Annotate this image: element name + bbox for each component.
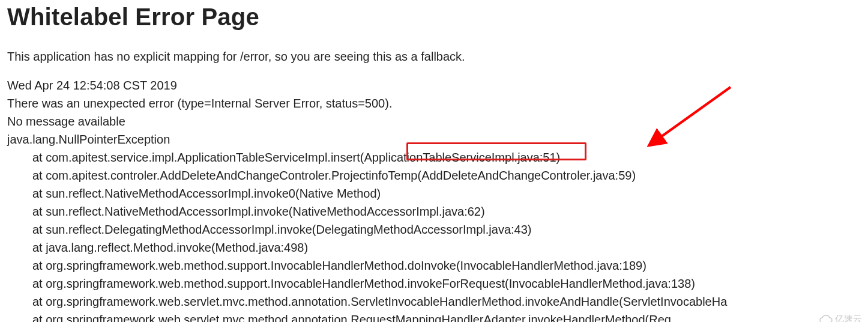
- stack-line: at org.springframework.web.method.suppor…: [7, 257, 861, 275]
- stack-line: at com.apitest.controler.AddDeleteAndCha…: [7, 166, 861, 184]
- timestamp: Wed Apr 24 12:54:08 CST 2019: [7, 76, 861, 94]
- stack-line: at sun.reflect.NativeMethodAccessorImpl.…: [7, 184, 861, 202]
- stack-line: at org.springframework.web.servlet.mvc.m…: [7, 311, 861, 322]
- no-message: No message available: [7, 112, 861, 130]
- stack-line: at java.lang.reflect.Method.invoke(Metho…: [7, 238, 861, 257]
- stack-line: at org.springframework.web.servlet.mvc.m…: [7, 293, 861, 311]
- stack-line: at sun.reflect.NativeMethodAccessorImpl.…: [7, 202, 861, 220]
- exception-class: java.lang.NullPointerException: [7, 130, 861, 148]
- error-summary: There was an unexpected error (type=Inte…: [7, 94, 861, 112]
- stack-trace: at com.apitest.service.impl.ApplicationT…: [7, 148, 861, 322]
- stack-line: at com.apitest.service.impl.ApplicationT…: [7, 148, 861, 166]
- error-page: Whitelabel Error Page This application h…: [0, 0, 868, 322]
- page-title: Whitelabel Error Page: [7, 4, 861, 31]
- fallback-message: This application has no explicit mapping…: [7, 47, 861, 65]
- stack-line: at org.springframework.web.method.suppor…: [7, 275, 861, 293]
- stack-line: at sun.reflect.DelegatingMethodAccessorI…: [7, 220, 861, 238]
